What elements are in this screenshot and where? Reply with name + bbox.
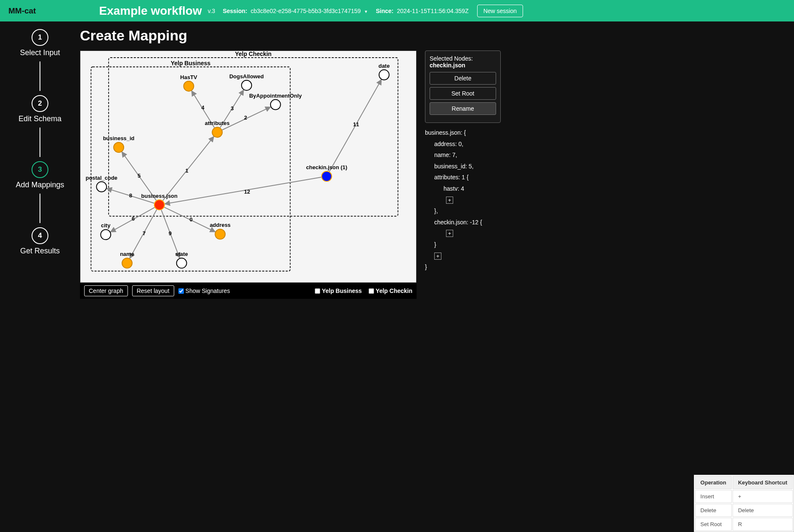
help-row: DeleteDelete: [695, 504, 793, 517]
node-label: city: [101, 222, 111, 229]
edge-signature: 6: [132, 215, 135, 222]
tree-line: business_id: 5,: [425, 161, 501, 172]
keyboard-shortcuts-table: Operation Keyboard Shortcut Insert+Delet…: [694, 475, 794, 532]
edge-signature: 2: [244, 114, 247, 121]
tree-line: address: 0,: [425, 138, 501, 150]
step-connector: [40, 128, 40, 157]
tree-line: hastv: 4: [425, 183, 501, 194]
tree-line: }: [425, 239, 501, 250]
node-label: business_id: [103, 135, 135, 141]
tree-line: },: [425, 205, 501, 217]
session-dropdown[interactable]: cb3c8e02-e258-4775-b5b3-3fd3c1747159 ▾: [251, 8, 367, 14]
step-4[interactable]: 4Get Results: [20, 227, 60, 255]
session-id: cb3c8e02-e258-4775-b5b3-3fd3c1747159: [251, 8, 361, 14]
help-kb: R: [733, 518, 793, 531]
step-number: 4: [32, 227, 48, 244]
header: MM-cat Example workflow v.3 Session: cb3…: [0, 0, 794, 21]
help-row: Insert+: [695, 490, 793, 503]
add-child-button[interactable]: +: [434, 253, 441, 260]
selected-nodes-header: Selected Nodes: checkin.json: [430, 55, 496, 69]
graph-node-date[interactable]: [379, 70, 389, 80]
filter-yelp-checkin-label: Yelp Checkin: [376, 287, 412, 294]
filter-yelp-business[interactable]: Yelp Business: [315, 287, 362, 294]
help-kb: Delete: [733, 504, 793, 517]
step-number: 3: [32, 161, 48, 178]
graph-node-hastv[interactable]: [184, 81, 194, 91]
tree-line: }: [425, 261, 501, 273]
node-label: attributes: [205, 120, 230, 126]
edge-signature: 11: [353, 121, 359, 128]
edge-signature: 12: [244, 189, 250, 195]
node-label: state: [175, 251, 188, 257]
side-panel: Selected Nodes: checkin.json Delete Set …: [425, 51, 501, 299]
help-col-operation: Operation: [695, 476, 732, 489]
session-label: Session:: [223, 8, 247, 14]
add-child-button[interactable]: +: [446, 197, 453, 204]
filter-yelp-checkin-input[interactable]: [369, 288, 374, 294]
graph-edge[interactable]: [165, 177, 321, 204]
step-label: Get Results: [20, 247, 60, 255]
edge-signature: 1: [186, 168, 189, 174]
graph-canvas[interactable]: Yelp CheckinYelp Business01234567891112b…: [80, 51, 417, 283]
add-child-button[interactable]: +: [446, 230, 453, 237]
selected-nodes-panel: Selected Nodes: checkin.json Delete Set …: [425, 51, 501, 123]
filter-yelp-business-label: Yelp Business: [322, 287, 362, 294]
edge-signature: 5: [138, 173, 141, 179]
show-signatures-checkbox[interactable]: Show Signatures: [178, 287, 230, 294]
edge-signature: 0: [190, 216, 193, 223]
edge-signature: 7: [143, 230, 146, 237]
edge-signature: 9: [169, 230, 172, 237]
node-label: business.json: [141, 193, 178, 199]
delete-button[interactable]: Delete: [430, 72, 496, 85]
graph-node-name[interactable]: [122, 258, 132, 268]
help-kb: +: [733, 490, 793, 503]
new-session-button[interactable]: New session: [477, 5, 523, 17]
filter-yelp-business-input[interactable]: [315, 288, 320, 294]
node-label: name: [120, 251, 134, 257]
since-value: 2024-11-15T11:56:04.359Z: [397, 8, 468, 14]
workflow-version: v.3: [208, 8, 215, 14]
node-label: address: [210, 222, 231, 228]
graph-node-city[interactable]: [101, 229, 111, 239]
help-op: Insert: [695, 490, 732, 503]
page-title: Create Mapping: [80, 27, 794, 44]
center-graph-button[interactable]: Center graph: [84, 285, 128, 296]
step-1[interactable]: 1Select Input: [20, 29, 60, 57]
since-label: Since:: [376, 8, 393, 14]
step-number: 2: [32, 95, 48, 112]
show-signatures-label: Show Signatures: [186, 287, 230, 294]
reset-layout-button[interactable]: Reset layout: [132, 285, 174, 296]
graph-node-appt[interactable]: [271, 100, 281, 110]
set-root-button[interactable]: Set Root: [430, 87, 496, 100]
selected-nodes-value: checkin.json: [430, 62, 465, 69]
graph-node-checkin[interactable]: [321, 171, 332, 181]
node-label: DogsAllowed: [229, 73, 264, 80]
node-label: HasTV: [180, 74, 197, 80]
graph-node-attributes[interactable]: [212, 127, 222, 137]
rename-button[interactable]: Rename: [430, 102, 496, 115]
graph-node-state[interactable]: [177, 258, 187, 268]
show-signatures-input[interactable]: [178, 288, 184, 294]
graph-toolbar: Center graph Reset layout Show Signature…: [80, 283, 417, 299]
selected-nodes-label: Selected Nodes:: [430, 55, 473, 62]
brand[interactable]: MM-cat: [8, 6, 36, 16]
graph-node-dogs[interactable]: [242, 80, 252, 90]
filter-yelp-checkin[interactable]: Yelp Checkin: [369, 287, 412, 294]
mapping-tree: business.json: { address: 0, name: 7, bu…: [425, 127, 501, 273]
graph-node-postal[interactable]: [96, 182, 106, 192]
tree-line: business.json: {: [425, 127, 501, 138]
edge-signature: 3: [231, 105, 234, 112]
step-2[interactable]: 2Edit Schema: [19, 95, 61, 123]
graph-node-address[interactable]: [215, 229, 225, 239]
node-label: postal_code: [86, 175, 118, 181]
help-row: Set RootR: [695, 518, 793, 531]
graph-node-bizid[interactable]: [114, 142, 124, 152]
graph-node-business[interactable]: [154, 200, 165, 210]
step-sidebar: 1Select Input2Edit Schema3Add Mappings4G…: [0, 21, 80, 532]
group-label: Yelp Checkin: [235, 51, 272, 57]
step-label: Select Input: [20, 48, 60, 57]
step-3[interactable]: 3Add Mappings: [16, 161, 64, 189]
tree-line: checkin.json: -12 {: [425, 217, 501, 228]
chevron-down-icon: ▾: [365, 9, 367, 14]
workflow-title: Example workflow: [99, 4, 202, 18]
